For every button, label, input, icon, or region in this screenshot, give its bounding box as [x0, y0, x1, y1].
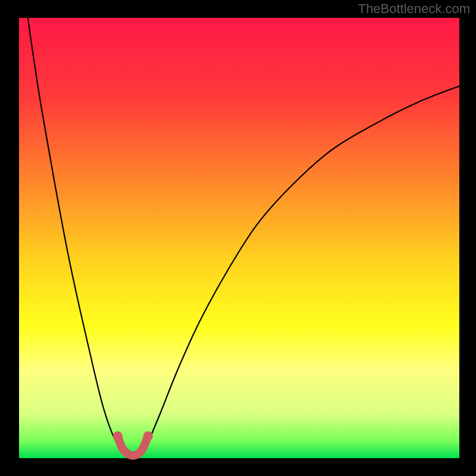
bottom-u-end-dot: [113, 431, 123, 441]
watermark-text: TheBottleneck.com: [358, 1, 470, 17]
bottom-u-end-dot: [143, 431, 153, 441]
chart-frame: { "watermark": "TheBottleneck.com", "cha…: [0, 0, 476, 476]
chart-svg: [0, 0, 476, 476]
plot-background: [19, 18, 459, 458]
